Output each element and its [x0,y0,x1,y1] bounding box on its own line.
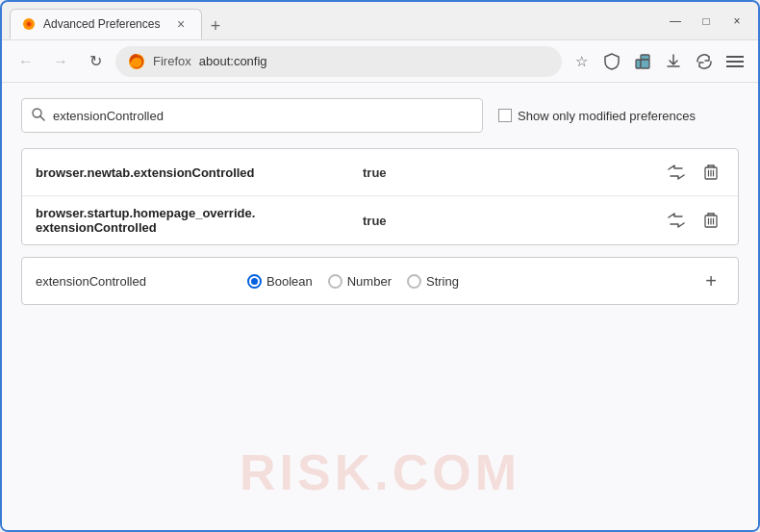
search-box [21,98,483,133]
pref-name-2: browser.startup.homepage_override. exten… [36,206,363,235]
delete-button-1[interactable] [697,159,724,186]
nav-icons: ☆ [568,48,748,75]
minimize-button[interactable]: — [662,8,689,35]
radio-number-label: Number [347,274,392,289]
table-row: browser.newtab.extensionControlled true [22,149,738,196]
search-row: Show only modified preferences [21,98,739,133]
search-input[interactable] [53,109,472,123]
show-modified-checkbox[interactable] [498,109,512,122]
back-button[interactable]: ← [12,47,40,76]
firefox-logo [128,53,145,70]
search-icon [32,108,45,124]
browser-window: Advanced Preferences × + — □ × ← → ↻ Fir… [0,0,760,532]
tab-close-button[interactable]: × [172,15,190,33]
nav-bar: ← → ↻ Firefox about:config ☆ [2,40,758,83]
content-area: RISK.COM Show only modified preferences [2,83,758,530]
svg-rect-6 [641,60,649,68]
tab-favicon [22,17,36,31]
row-1-actions [663,159,724,186]
address-bar[interactable]: Firefox about:config [115,46,562,77]
svg-point-2 [28,23,31,26]
results-table: browser.newtab.extensionControlled true [21,148,739,245]
active-tab[interactable]: Advanced Preferences × [10,9,202,39]
delete-button-2[interactable] [697,207,724,234]
svg-line-11 [40,116,44,120]
new-pref-name: extensionControlled [36,274,228,289]
title-bar: Advanced Preferences × + — □ × [2,2,758,40]
url-display: about:config [199,54,267,68]
radio-boolean-dot [251,278,258,285]
browser-name: Firefox [153,54,191,68]
download-icon[interactable] [660,48,687,75]
tab-title: Advanced Preferences [43,17,165,31]
window-controls: — □ × [662,8,750,35]
pref-value-1: true [363,165,663,180]
checkbox-area: Show only modified preferences [498,109,696,123]
forward-button[interactable]: → [46,47,75,76]
shield-icon [598,48,625,75]
new-tab-button[interactable]: + [202,13,229,39]
add-preference-button[interactable]: + [697,267,724,294]
close-button[interactable]: × [723,8,750,35]
maximize-button[interactable]: □ [693,8,720,35]
menu-icon[interactable] [722,48,748,75]
extension-icon[interactable] [629,48,656,75]
svg-rect-4 [636,60,641,68]
bookmark-icon[interactable]: ☆ [568,48,595,75]
radio-boolean-circle [247,274,262,289]
radio-string[interactable]: String [407,274,459,289]
toggle-button-2[interactable] [663,207,690,234]
watermark: RISK.COM [240,443,520,501]
radio-string-label: String [426,274,459,289]
radio-boolean[interactable]: Boolean [247,274,313,289]
row-2-actions [663,207,724,234]
radio-number-circle [328,274,342,289]
sync-icon[interactable] [691,48,718,75]
show-modified-label: Show only modified preferences [518,109,696,123]
radio-boolean-label: Boolean [266,274,313,289]
tab-area: Advanced Preferences × + [10,2,662,39]
new-pref-row: extensionControlled Boolean Number [21,257,739,305]
radio-number[interactable]: Number [328,274,392,289]
radio-string-circle [407,274,421,289]
type-radio-group: Boolean Number String [247,274,459,289]
svg-rect-5 [641,55,649,60]
table-row: browser.startup.homepage_override. exten… [22,196,738,244]
toggle-button-1[interactable] [663,159,690,186]
pref-value-2: true [363,214,663,228]
reload-button[interactable]: ↻ [81,47,110,76]
pref-name-1: browser.newtab.extensionControlled [36,165,363,180]
